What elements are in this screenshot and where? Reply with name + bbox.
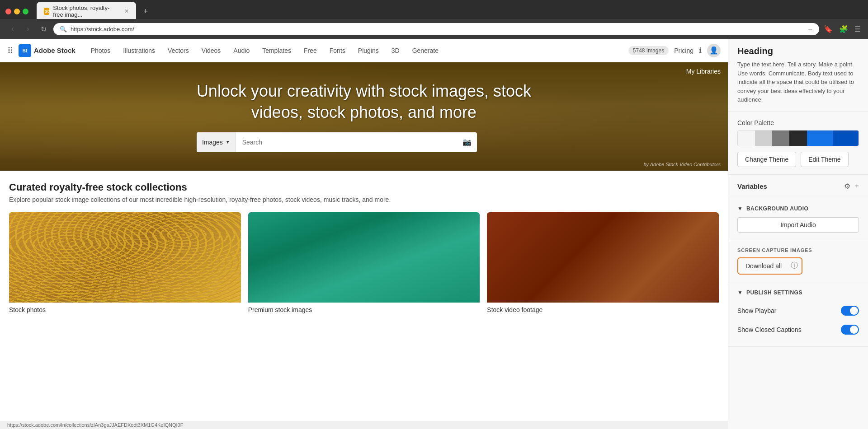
publish-settings-header: ▼ PUBLISH SETTINGS [737,289,859,296]
nav-right: 5748 Images Pricing ℹ 👤 [628,44,721,57]
download-all-wrapper: Download all ⓘ [737,257,802,275]
background-audio-title: BACKGROUND AUDIO [746,205,809,212]
background-audio-section: ▼ BACKGROUND AUDIO Import Audio [728,198,868,240]
variables-label: Variables [737,182,767,190]
panel-body-text: Type the text here. Tell a story. Make a… [737,60,859,104]
nav-photos[interactable]: Photos [85,39,117,62]
show-playbar-label: Show Playbar [737,307,776,314]
collection-label-pasta: Stock photos [9,306,241,313]
nav-templates[interactable]: Templates [256,39,297,62]
tab-close-button[interactable]: ✕ [124,8,129,14]
hero-content: Unlock your creativity with stock images… [197,81,531,152]
forward-button[interactable]: › [23,25,33,33]
variables-add-icon[interactable]: + [855,182,859,191]
color-palette-section: Color Palette Change Theme Edit Theme [728,112,868,175]
minimize-window-button[interactable] [14,9,20,14]
bookmark-icon[interactable]: 🔖 [824,25,833,33]
collection-card-person[interactable]: Premium stock images [248,212,480,313]
browser-chrome: St Stock photos, royalty-free imag... ✕ … [0,0,868,39]
background-audio-header: ▼ BACKGROUND AUDIO [737,205,859,212]
show-closed-captions-toggle[interactable] [841,325,859,335]
search-input[interactable] [236,132,457,152]
background-audio-chevron-icon[interactable]: ▼ [737,205,743,212]
main-layout: ⠿ St Adobe Stock Photos Illustrations Ve… [0,39,868,429]
show-closed-captions-row: Show Closed Captions [737,320,859,339]
stock-logo-icon: St [19,44,31,57]
collection-card-pasta[interactable]: Stock photos [9,212,241,313]
right-panel: Heading Type the text here. Tell a story… [728,39,868,429]
my-libraries-button[interactable]: My Libraries [686,68,721,75]
download-all-button[interactable]: Download all [739,259,788,273]
nav-illustrations[interactable]: Illustrations [117,39,161,62]
publish-settings-section: ▼ PUBLISH SETTINGS Show Playbar Show Clo… [728,282,868,347]
refresh-button[interactable]: ↻ [38,25,49,33]
search-type-dropdown[interactable]: Images ▼ [197,132,236,152]
swatch-light-gray[interactable] [755,131,772,146]
camera-search-icon[interactable]: 📷 [457,132,477,152]
browser-content: ⠿ St Adobe Stock Photos Illustrations Ve… [0,39,728,429]
collections-title: Curated royalty-free stock collections [9,182,719,193]
swatch-gray[interactable] [772,131,789,146]
user-avatar[interactable]: 👤 [707,44,721,57]
menu-icon[interactable]: ☰ [854,25,861,33]
swatch-dark-blue[interactable] [833,131,859,146]
back-button[interactable]: ‹ [7,25,18,33]
tab-bar: St Stock photos, royalty-free imag... ✕ … [0,0,868,19]
screen-capture-label: SCREEN CAPTURE IMAGES [737,247,859,253]
edit-theme-button[interactable]: Edit Theme [801,152,848,167]
collections-subtitle: Explore popular stock image collections … [9,196,719,203]
nav-plugins[interactable]: Plugins [352,39,385,62]
window-controls [5,9,28,14]
nav-3d[interactable]: 3D [385,39,406,62]
collections-section: Curated royalty-free stock collections E… [0,171,728,421]
stock-logo-text: Adobe Stock [34,47,75,54]
variables-icons: ⚙ + [844,182,859,191]
hero-credit: by Adobe Stock Video Contributors [643,162,721,167]
pasta-image [9,212,241,303]
show-playbar-toggle[interactable] [841,306,859,316]
extensions-icon[interactable]: 🧩 [839,25,848,33]
import-audio-button[interactable]: Import Audio [737,217,859,233]
browser-tab[interactable]: St Stock photos, royalty-free imag... ✕ [37,2,136,21]
swatch-blue[interactable] [807,131,833,146]
url-bar[interactable]: 🔍 https://stock.adobe.com/ → [53,23,819,35]
swatch-dark[interactable] [789,131,807,146]
images-badge[interactable]: 5748 Images [628,46,669,55]
person-image [248,212,480,303]
tab-favicon: St [44,8,49,15]
change-theme-button[interactable]: Change Theme [737,152,796,167]
collection-label-person: Premium stock images [248,306,480,313]
new-tab-button[interactable]: + [140,7,152,16]
nav-audio[interactable]: Audio [227,39,256,62]
dropdown-chevron-icon: ▼ [226,140,230,145]
browser-nav-icons: 🔖 🧩 ☰ [824,25,861,33]
pricing-link[interactable]: Pricing [674,47,693,54]
status-bar: https://stock.adobe.com/in/collections/z… [0,421,728,429]
nav-free[interactable]: Free [297,39,323,62]
status-url: https://stock.adobe.com/in/collections/z… [7,422,183,428]
collections-grid: Stock photos Premium stock images Stock … [9,212,719,313]
nav-videos[interactable]: Videos [195,39,227,62]
close-window-button[interactable] [5,9,11,14]
palette-label: Color Palette [737,119,859,126]
help-icon[interactable]: ℹ [699,46,702,55]
nav-vectors[interactable]: Vectors [161,39,195,62]
collection-card-tv[interactable]: Stock video footage [487,212,719,313]
panel-heading-section: Heading Type the text here. Tell a story… [728,39,868,112]
hero-title: Unlock your creativity with stock images… [197,81,531,123]
maximize-window-button[interactable] [23,9,28,14]
nav-fonts[interactable]: Fonts [323,39,352,62]
apps-grid-icon[interactable]: ⠿ [7,46,13,56]
collection-label-tv: Stock video footage [487,306,719,313]
nav-generate[interactable]: Generate [406,39,445,62]
publish-settings-title: PUBLISH SETTINGS [746,289,802,296]
tab-label: Stock photos, royalty-free imag... [53,5,119,18]
color-palette-swatches [737,130,859,146]
variables-gear-icon[interactable]: ⚙ [844,182,850,191]
variables-header: Variables ⚙ + [737,182,859,191]
stock-nav-links: Photos Illustrations Vectors Videos Audi… [85,39,628,62]
swatch-white[interactable] [738,131,755,146]
download-info-icon[interactable]: ⓘ [788,260,801,272]
stock-navbar: ⠿ St Adobe Stock Photos Illustrations Ve… [0,39,728,62]
publish-settings-chevron-icon[interactable]: ▼ [737,289,743,296]
